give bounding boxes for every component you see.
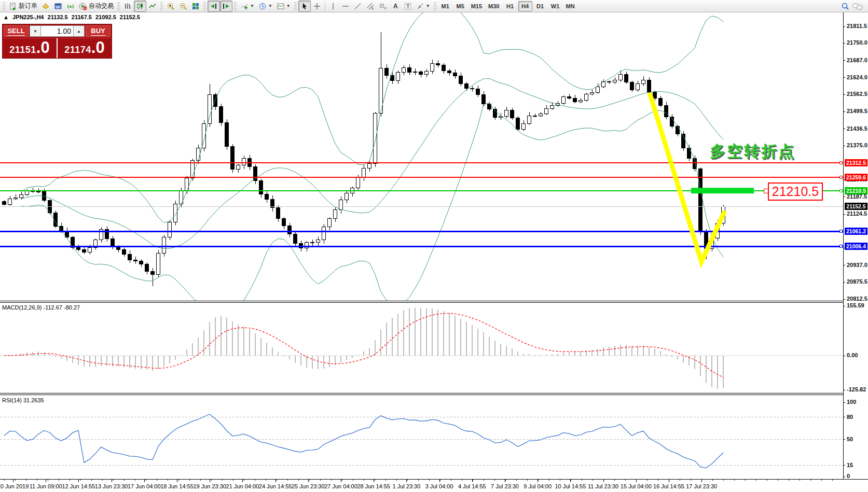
line-anchor-handle[interactable]: [839, 161, 843, 164]
text-tool-button[interactable]: A: [389, 1, 402, 12]
timeframe-button-W1[interactable]: W1: [548, 1, 562, 11]
time-minor-tick: [375, 480, 375, 481]
timeframe-button-M5[interactable]: M5: [453, 1, 467, 11]
time-minor-tick: [451, 480, 451, 481]
zoom-in-button[interactable]: [164, 1, 177, 12]
time-axis-label: 17 Jul 23:30: [686, 483, 717, 489]
sell-price-dec: .0: [36, 40, 50, 55]
horizontal-line-tool-button[interactable]: [339, 1, 352, 12]
candle-bull: [425, 71, 429, 74]
sell-price[interactable]: 21151 .0: [3, 38, 58, 58]
buy-price-int: 21174: [64, 45, 91, 55]
vertical-line-tool-button[interactable]: [327, 1, 339, 12]
candle-bear: [453, 73, 457, 76]
rsi-axis-label: 100: [847, 399, 856, 405]
price-tag-label[interactable]: 21210.5: [768, 182, 823, 201]
volume-input[interactable]: [41, 25, 73, 37]
time-axis[interactable]: 10 Jun 201911 Jun 09:0012 Jun 14:5513 Ju…: [0, 479, 868, 492]
candle-bull: [596, 87, 600, 92]
price-tick-label: 20875.5: [847, 278, 867, 285]
volume-up-button[interactable]: ▲: [73, 25, 85, 37]
fibonacci-tool-button[interactable]: F: [377, 1, 389, 12]
chat-icon[interactable]: [852, 2, 863, 10]
candlestick-chart-button[interactable]: [134, 1, 146, 12]
periods-button[interactable]: ▼: [256, 1, 274, 12]
arrows-tool-button[interactable]: ▼: [414, 1, 432, 12]
zoom-out-button[interactable]: [177, 1, 189, 12]
candle-bear: [465, 83, 469, 88]
time-minor-tick: [266, 480, 266, 481]
search-icon[interactable]: [841, 2, 849, 10]
candle-bull: [636, 84, 640, 90]
time-axis-label: 18 Jun 14:55: [160, 483, 194, 489]
auto-scroll-button[interactable]: [208, 1, 220, 12]
timeframe-button-H1[interactable]: H1: [503, 1, 517, 11]
dropdown-caret-icon: ▼: [286, 4, 291, 8]
green-level-bar[interactable]: [691, 188, 754, 193]
price-axis[interactable]: 21811.521750.021687.021624.021562.521499…: [844, 12, 868, 479]
timeframe-button-D1[interactable]: D1: [533, 1, 547, 11]
svg-text:A: A: [393, 3, 398, 10]
chart-shift-button[interactable]: [220, 1, 232, 12]
chart-annotation-text[interactable]: 多空转折点: [710, 141, 795, 162]
candle-bear: [3, 201, 6, 204]
indicators-icon: [240, 2, 249, 10]
buy-price[interactable]: 21174 .0: [58, 38, 112, 58]
market-watch-button[interactable]: [39, 1, 52, 12]
candle-bear: [288, 226, 292, 234]
time-minor-tick: [113, 480, 114, 481]
svg-text:E: E: [371, 7, 374, 10]
price-tick-label: 21562.5: [847, 91, 867, 97]
time-minor-tick: [756, 480, 756, 481]
volume-down-button[interactable]: ▼: [30, 25, 41, 37]
buy-button[interactable]: BUY: [86, 25, 111, 37]
timeframe-button-MN[interactable]: MN: [563, 1, 577, 11]
time-axis-label: 1 Jul 23:30: [392, 483, 420, 489]
candle-bull: [311, 242, 314, 243]
dropdown-caret-icon: ▼: [426, 4, 430, 8]
candle-bear: [82, 249, 86, 252]
rsi-panel-plot[interactable]: [0, 395, 843, 479]
signals-button[interactable]: [64, 1, 77, 12]
time-major-tick: [406, 480, 407, 482]
time-axis-label: 27 Jun 04:00: [324, 483, 357, 489]
trendline-tool-button[interactable]: [352, 1, 364, 12]
time-minor-tick: [571, 480, 571, 481]
line-anchor-handle[interactable]: [839, 245, 843, 248]
line-anchor-handle[interactable]: [839, 176, 843, 179]
line-chart-button[interactable]: [146, 1, 159, 12]
timeframe-button-H4[interactable]: H4: [518, 1, 532, 11]
price-badge: 21259.6: [845, 174, 867, 181]
bar-chart-button[interactable]: [121, 1, 134, 12]
autotrade-button[interactable]: 自动交易: [77, 1, 116, 12]
price-tag-anchor[interactable]: [764, 189, 768, 193]
candle-bear: [511, 110, 514, 118]
macd-panel-plot[interactable]: [0, 303, 843, 393]
templates-button[interactable]: ▼: [274, 1, 293, 12]
navigator-button[interactable]: [52, 1, 64, 12]
ohlc-low: 21092.5: [95, 14, 116, 20]
candle-bear: [219, 107, 223, 123]
price-tick-mark: [843, 60, 845, 61]
cursor-tool-button[interactable]: [298, 1, 311, 12]
time-minor-tick: [255, 480, 255, 481]
time-minor-tick: [516, 480, 517, 481]
time-minor-tick: [549, 480, 549, 481]
panel-separator[interactable]: [0, 301, 843, 303]
indicators-button[interactable]: ▼: [238, 1, 256, 12]
timeframe-button-M30[interactable]: M30: [486, 1, 502, 11]
label-tool-button[interactable]: T: [402, 1, 414, 12]
candle-bear: [277, 208, 280, 218]
line-anchor-handle[interactable]: [839, 230, 843, 233]
new-order-button[interactable]: 新订单: [7, 1, 39, 12]
candle-bull: [579, 100, 583, 102]
channel-tool-button[interactable]: E: [364, 1, 377, 12]
crosshair-tool-button[interactable]: [311, 1, 323, 12]
tile-windows-button[interactable]: [189, 1, 202, 12]
timeframe-button-M15[interactable]: M15: [469, 1, 485, 11]
timeframe-button-M1[interactable]: M1: [438, 1, 452, 11]
time-major-tick: [13, 480, 13, 482]
sell-button[interactable]: SELL: [4, 25, 29, 37]
line-anchor-handle[interactable]: [839, 189, 843, 192]
candlestick-chart-icon: [136, 2, 144, 10]
